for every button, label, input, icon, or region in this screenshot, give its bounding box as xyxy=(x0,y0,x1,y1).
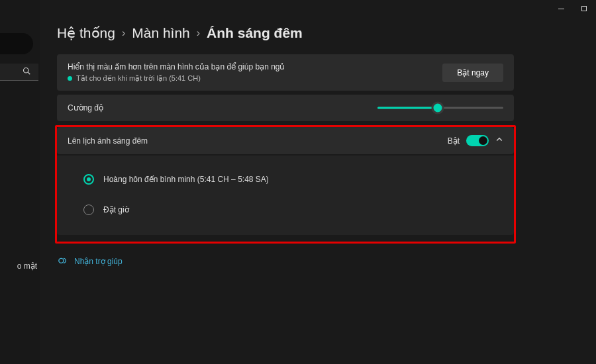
breadcrumb-system[interactable]: Hệ thống xyxy=(57,25,115,41)
search-row[interactable] xyxy=(0,64,38,81)
help-row: Nhận trợ giúp xyxy=(58,255,580,267)
schedule-option-sunset[interactable]: Hoàng hôn đến bình minh (5:41 CH – 5:48 … xyxy=(83,167,487,198)
status-dot-icon xyxy=(68,76,72,81)
strength-card: Cường độ xyxy=(57,95,514,121)
slider-thumb[interactable] xyxy=(432,102,444,114)
get-help-link[interactable]: Nhận trợ giúp xyxy=(74,257,123,266)
schedule-toggle[interactable] xyxy=(466,135,489,146)
schedule-header-label: Lên lịch ánh sáng đêm xyxy=(68,136,148,146)
schedule-option-sethours[interactable]: Đặt giờ xyxy=(83,198,487,228)
schedule-header[interactable]: Lên lịch ánh sáng đêm Bật xyxy=(57,127,514,154)
sidebar-truncated-label: o mật xyxy=(0,261,40,271)
svg-point-2 xyxy=(59,258,64,263)
schedule-toggle-label: Bật xyxy=(448,136,460,146)
help-icon xyxy=(58,255,68,267)
svg-line-1 xyxy=(28,72,30,74)
chevron-up-icon[interactable] xyxy=(495,136,503,146)
search-icon xyxy=(23,67,30,77)
breadcrumb-display[interactable]: Màn hình xyxy=(132,25,190,41)
breadcrumb-current: Ánh sáng đêm xyxy=(207,25,303,41)
strength-slider[interactable] xyxy=(377,103,503,113)
toggle-knob xyxy=(479,136,487,145)
nightlight-description: Hiển thị màu ấm hơn trên màn hình của bạ… xyxy=(68,62,285,71)
restore-button[interactable] xyxy=(581,4,587,12)
turn-on-now-button[interactable]: Bật ngay xyxy=(442,64,503,82)
nightlight-status-text: Tắt cho đến khi mặt trời lặn (5:41 CH) xyxy=(76,74,201,83)
chevron-right-icon: › xyxy=(122,27,125,39)
nightlight-header-card: Hiển thị màu ấm hơn trên màn hình của bạ… xyxy=(57,54,514,91)
radio-icon xyxy=(83,205,94,215)
chevron-right-icon: › xyxy=(197,27,200,39)
restore-icon xyxy=(581,6,587,11)
svg-point-0 xyxy=(24,68,29,73)
schedule-option-sethours-label: Đặt giờ xyxy=(103,205,129,214)
sidebar: o mật xyxy=(0,0,40,364)
schedule-highlight-box: Lên lịch ánh sáng đêm Bật Hoàng hôn đến … xyxy=(55,125,516,244)
minimize-icon xyxy=(558,9,564,9)
slider-fill xyxy=(377,107,438,109)
schedule-body: Hoàng hôn đến bình minh (5:41 CH – 5:48 … xyxy=(57,156,514,235)
radio-icon xyxy=(83,174,94,185)
strength-label: Cường độ xyxy=(68,103,103,113)
breadcrumb: Hệ thống › Màn hình › Ánh sáng đêm xyxy=(57,25,580,41)
minimize-button[interactable] xyxy=(558,4,564,12)
schedule-option-sunset-label: Hoàng hôn đến bình minh (5:41 CH – 5:48 … xyxy=(103,175,269,184)
sidebar-profile-stub xyxy=(0,33,33,54)
main-content: Hệ thống › Màn hình › Ánh sáng đêm Hiển … xyxy=(57,25,580,267)
